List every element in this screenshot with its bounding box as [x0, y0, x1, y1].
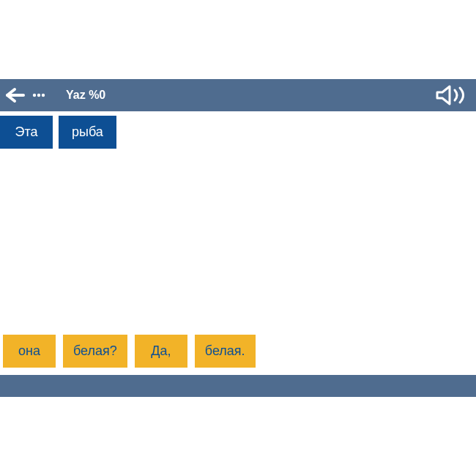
speaker-icon: [435, 84, 469, 106]
speaker-button[interactable]: [435, 84, 469, 106]
bank-word-tile[interactable]: белая.: [195, 335, 256, 368]
svg-point-1: [33, 94, 36, 97]
answer-word-tile[interactable]: рыба: [59, 116, 116, 149]
svg-point-2: [37, 94, 40, 97]
more-dots-icon: [32, 86, 45, 104]
back-button[interactable]: [4, 86, 45, 104]
word-bank: она белая? Да, белая.: [0, 329, 476, 375]
svg-point-3: [42, 94, 45, 97]
work-area: [0, 153, 476, 329]
answer-row[interactable]: Эта рыба: [0, 111, 476, 153]
app-stage: Yaz %0 Эта рыба она белая? Да, белая.: [0, 0, 476, 476]
page-title: Yaz %0: [66, 89, 105, 102]
top-blank-area: [0, 0, 476, 79]
footer-bar: [0, 375, 476, 397]
header-bar: Yaz %0: [0, 79, 476, 111]
back-arrow-icon: [4, 86, 29, 104]
bank-word-tile[interactable]: белая?: [63, 335, 127, 368]
answer-word-tile[interactable]: Эта: [0, 116, 53, 149]
bank-word-tile[interactable]: она: [3, 335, 56, 368]
bank-word-tile[interactable]: Да,: [135, 335, 187, 368]
bottom-blank-area: [0, 397, 476, 476]
